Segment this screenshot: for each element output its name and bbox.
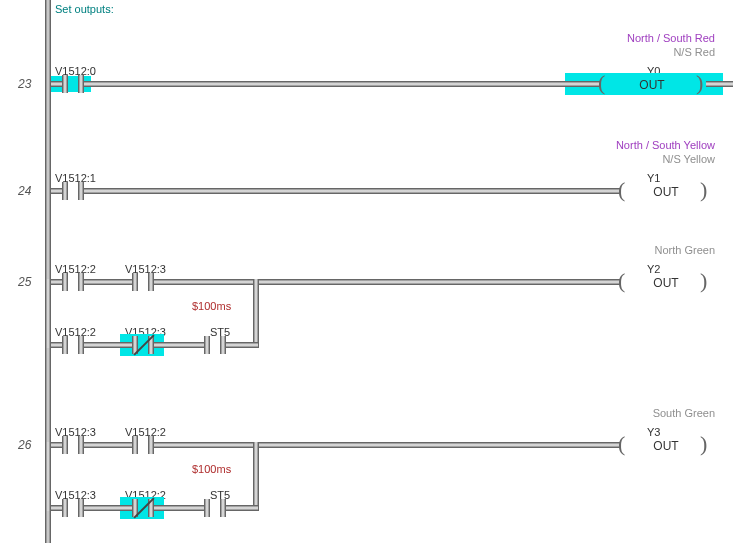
coil-close-paren: ) <box>700 177 707 203</box>
wire <box>154 342 204 348</box>
coil-description: North / South Yellow <box>616 139 715 151</box>
wire <box>51 81 62 87</box>
contact-left-bar <box>132 273 138 291</box>
rung-comment: Set outputs: <box>55 3 114 15</box>
contact-left-bar <box>204 499 210 517</box>
coil-close-paren: ) <box>700 431 707 457</box>
branch-wire <box>253 442 259 511</box>
coil-description: North / South Red <box>627 32 715 44</box>
branch-left-wire <box>45 442 51 511</box>
contact-left-bar <box>62 75 68 93</box>
coil-address: Y3 <box>647 426 660 438</box>
contact-left-bar <box>62 336 68 354</box>
wire <box>51 279 62 285</box>
coil-open-paren: ( <box>618 268 625 294</box>
wire <box>154 279 620 285</box>
contact-left-bar <box>62 436 68 454</box>
branch-left-wire <box>45 279 51 348</box>
coil-nickname: N/S Yellow <box>662 153 715 165</box>
wire <box>84 342 120 348</box>
wire <box>84 188 620 194</box>
wire <box>84 442 132 448</box>
wire <box>84 505 120 511</box>
coil-instruction: OUT <box>636 276 696 290</box>
wire <box>706 81 733 87</box>
wire <box>226 342 258 348</box>
coil-nickname: N/S Red <box>673 46 715 58</box>
coil-instruction: OUT <box>622 78 682 92</box>
coil-address: Y2 <box>647 263 660 275</box>
coil-instruction: OUT <box>636 185 696 199</box>
wire <box>154 442 620 448</box>
wire <box>226 505 258 511</box>
coil-open-paren: ( <box>598 70 605 96</box>
wire <box>565 81 600 87</box>
contact-left-bar <box>62 182 68 200</box>
rung-number-26: 26 <box>18 438 31 452</box>
contact-left-bar <box>62 273 68 291</box>
rung-number-25: 25 <box>18 275 31 289</box>
coil-nickname: North Green <box>654 244 715 256</box>
wire <box>51 342 62 348</box>
contact-left-bar <box>204 336 210 354</box>
coil-nickname: South Green <box>653 407 715 419</box>
branch-wire <box>253 279 259 348</box>
rung-number-24: 24 <box>18 184 31 198</box>
wire <box>84 279 132 285</box>
coil-open-paren: ( <box>618 177 625 203</box>
wire <box>51 188 62 194</box>
contact-left-bar <box>132 436 138 454</box>
wire <box>51 505 62 511</box>
coil-close-paren: ) <box>696 70 703 96</box>
coil-address: Y1 <box>647 172 660 184</box>
wire <box>120 505 132 511</box>
wire <box>154 505 204 511</box>
coil-open-paren: ( <box>618 431 625 457</box>
coil-instruction: OUT <box>636 439 696 453</box>
wire <box>120 342 132 348</box>
contact-left-bar <box>62 499 68 517</box>
timer-value: $100ms <box>192 463 231 475</box>
coil-close-paren: ) <box>700 268 707 294</box>
timer-value: $100ms <box>192 300 231 312</box>
rung-number-23: 23 <box>18 77 31 91</box>
wire <box>84 81 600 87</box>
wire <box>51 442 62 448</box>
